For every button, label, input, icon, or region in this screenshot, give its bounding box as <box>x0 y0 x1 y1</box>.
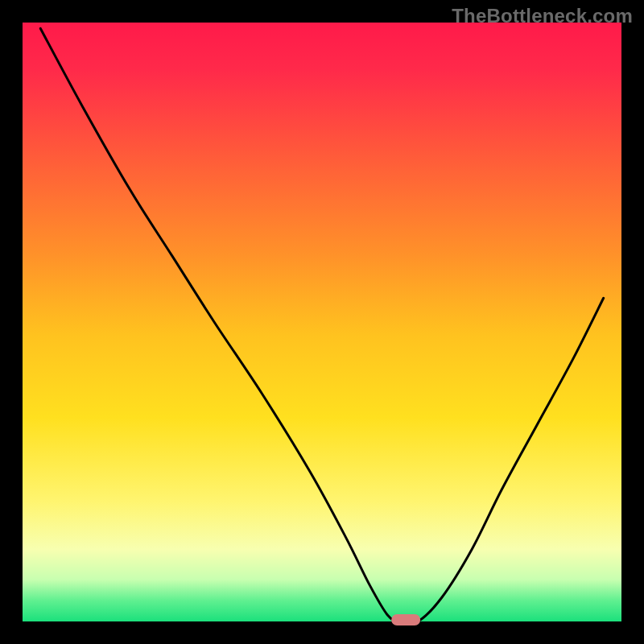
chart-container <box>0 0 644 644</box>
bottleneck-chart <box>0 0 644 644</box>
watermark-text: TheBottleneck.com <box>452 5 633 27</box>
optimal-marker <box>391 614 420 625</box>
plot-area <box>23 23 621 621</box>
